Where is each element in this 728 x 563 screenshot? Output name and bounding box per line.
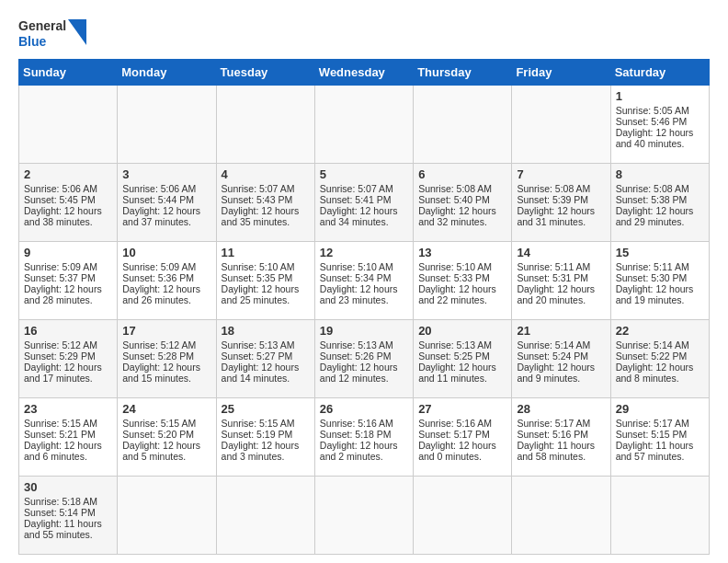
sunset-text: Sunset: 5:21 PM <box>24 429 96 440</box>
daylight-text: Daylight: 12 hours and 9 minutes. <box>517 362 595 384</box>
daylight-text: Daylight: 12 hours and 32 minutes. <box>418 205 496 227</box>
sunset-text: Sunset: 5:16 PM <box>517 429 588 440</box>
calendar-cell <box>414 476 512 554</box>
day-number: 21 <box>517 324 605 338</box>
calendar-cell: 7Sunrise: 5:08 AMSunset: 5:39 PMDaylight… <box>512 163 610 241</box>
day-number: 29 <box>616 402 704 416</box>
sunset-text: Sunset: 5:25 PM <box>418 350 490 362</box>
sunrise-text: Sunrise: 5:11 AM <box>517 261 590 272</box>
sunset-text: Sunset: 5:29 PM <box>24 350 96 362</box>
day-number: 4 <box>222 167 310 181</box>
calendar-cell: 16Sunrise: 5:12 AMSunset: 5:29 PMDayligh… <box>19 319 118 397</box>
day-number: 17 <box>122 324 210 338</box>
day-number: 28 <box>517 402 605 416</box>
calendar-cell: 21Sunrise: 5:14 AMSunset: 5:24 PMDayligh… <box>512 319 610 397</box>
calendar-week-row: 9Sunrise: 5:09 AMSunset: 5:37 PMDaylight… <box>19 241 710 319</box>
calendar-cell: 15Sunrise: 5:11 AMSunset: 5:30 PMDayligh… <box>610 241 709 319</box>
sunrise-text: Sunrise: 5:18 AM <box>24 496 97 507</box>
calendar-cell: 28Sunrise: 5:17 AMSunset: 5:16 PMDayligh… <box>512 397 610 476</box>
calendar-cell: 30Sunrise: 5:18 AMSunset: 5:14 PMDayligh… <box>19 476 118 554</box>
sunrise-text: Sunrise: 5:17 AM <box>517 418 590 429</box>
daylight-text: Daylight: 12 hours and 5 minutes. <box>122 440 200 462</box>
daylight-text: Daylight: 12 hours and 23 minutes. <box>320 283 398 305</box>
sunset-text: Sunset: 5:35 PM <box>222 272 293 283</box>
calendar-cell: 6Sunrise: 5:08 AMSunset: 5:40 PMDaylight… <box>414 163 512 241</box>
sunrise-text: Sunrise: 5:10 AM <box>320 261 393 272</box>
day-number: 23 <box>24 402 112 416</box>
sunset-text: Sunset: 5:45 PM <box>24 194 96 205</box>
daylight-text: Daylight: 12 hours and 35 minutes. <box>222 205 300 227</box>
calendar-cell: 26Sunrise: 5:16 AMSunset: 5:18 PMDayligh… <box>314 397 413 476</box>
logo-blue: Blue <box>18 34 46 49</box>
calendar-cell: 20Sunrise: 5:13 AMSunset: 5:25 PMDayligh… <box>414 319 512 397</box>
calendar-cell <box>118 476 216 554</box>
day-header-wednesday: Wednesday <box>314 59 413 85</box>
sunset-text: Sunset: 5:22 PM <box>616 350 688 362</box>
daylight-text: Daylight: 12 hours and 3 minutes. <box>222 440 300 462</box>
daylight-text: Daylight: 12 hours and 34 minutes. <box>320 205 398 227</box>
calendar-week-row: 1Sunrise: 5:05 AMSunset: 5:46 PMDaylight… <box>19 85 710 163</box>
day-number: 14 <box>517 246 605 259</box>
sunset-text: Sunset: 5:38 PM <box>616 194 688 205</box>
sunrise-text: Sunrise: 5:11 AM <box>616 261 689 272</box>
daylight-text: Daylight: 12 hours and 40 minutes. <box>616 127 694 149</box>
sunset-text: Sunset: 5:37 PM <box>24 272 96 283</box>
sunset-text: Sunset: 5:39 PM <box>517 194 588 205</box>
day-header-tuesday: Tuesday <box>216 59 314 85</box>
sunrise-text: Sunrise: 5:13 AM <box>320 339 393 350</box>
calendar-cell: 25Sunrise: 5:15 AMSunset: 5:19 PMDayligh… <box>216 397 314 476</box>
calendar-cell: 12Sunrise: 5:10 AMSunset: 5:34 PMDayligh… <box>314 241 413 319</box>
daylight-text: Daylight: 12 hours and 15 minutes. <box>122 362 200 384</box>
logo-arrow-svg <box>68 19 86 45</box>
sunset-text: Sunset: 5:24 PM <box>517 350 588 362</box>
calendar-cell: 1Sunrise: 5:05 AMSunset: 5:46 PMDaylight… <box>610 85 709 163</box>
calendar-cell <box>216 85 314 163</box>
logo-arrow-icon <box>68 19 86 49</box>
calendar-cell: 11Sunrise: 5:10 AMSunset: 5:35 PMDayligh… <box>216 241 314 319</box>
day-number: 24 <box>122 402 210 416</box>
calendar-body: 1Sunrise: 5:05 AMSunset: 5:46 PMDaylight… <box>19 85 710 554</box>
daylight-text: Daylight: 12 hours and 38 minutes. <box>24 205 102 227</box>
calendar-week-row: 16Sunrise: 5:12 AMSunset: 5:29 PMDayligh… <box>19 319 710 397</box>
day-header-saturday: Saturday <box>610 59 709 85</box>
daylight-text: Daylight: 12 hours and 29 minutes. <box>616 205 694 227</box>
calendar-table: SundayMondayTuesdayWednesdayThursdayFrid… <box>18 59 710 555</box>
day-number: 5 <box>320 167 408 181</box>
sunrise-text: Sunrise: 5:17 AM <box>616 418 689 429</box>
calendar-week-row: 2Sunrise: 5:06 AMSunset: 5:45 PMDaylight… <box>19 163 710 241</box>
sunset-text: Sunset: 5:43 PM <box>222 194 293 205</box>
calendar-cell: 8Sunrise: 5:08 AMSunset: 5:38 PMDaylight… <box>610 163 709 241</box>
day-number: 11 <box>222 246 310 259</box>
day-number: 9 <box>24 246 112 259</box>
day-number: 6 <box>418 167 506 181</box>
sunrise-text: Sunrise: 5:13 AM <box>222 339 295 350</box>
day-number: 15 <box>616 246 704 259</box>
daylight-text: Daylight: 11 hours and 58 minutes. <box>517 440 595 462</box>
daylight-text: Daylight: 11 hours and 57 minutes. <box>616 440 694 462</box>
calendar-week-row: 30Sunrise: 5:18 AMSunset: 5:14 PMDayligh… <box>19 476 710 554</box>
calendar-cell: 13Sunrise: 5:10 AMSunset: 5:33 PMDayligh… <box>414 241 512 319</box>
daylight-text: Daylight: 12 hours and 28 minutes. <box>24 283 102 305</box>
calendar-week-row: 23Sunrise: 5:15 AMSunset: 5:21 PMDayligh… <box>19 397 710 476</box>
calendar-cell: 17Sunrise: 5:12 AMSunset: 5:28 PMDayligh… <box>118 319 216 397</box>
sunrise-text: Sunrise: 5:06 AM <box>24 183 97 194</box>
sunset-text: Sunset: 5:19 PM <box>222 429 293 440</box>
daylight-text: Daylight: 12 hours and 25 minutes. <box>222 283 300 305</box>
sunrise-text: Sunrise: 5:12 AM <box>122 339 196 350</box>
day-number: 7 <box>517 167 605 181</box>
sunset-text: Sunset: 5:20 PM <box>122 429 194 440</box>
sunset-text: Sunset: 5:41 PM <box>320 194 392 205</box>
sunset-text: Sunset: 5:34 PM <box>320 272 392 283</box>
sunrise-text: Sunrise: 5:16 AM <box>418 418 492 429</box>
sunrise-text: Sunrise: 5:06 AM <box>122 183 196 194</box>
daylight-text: Daylight: 12 hours and 20 minutes. <box>517 283 595 305</box>
calendar-cell: 29Sunrise: 5:17 AMSunset: 5:15 PMDayligh… <box>610 397 709 476</box>
sunset-text: Sunset: 5:33 PM <box>418 272 490 283</box>
calendar-cell <box>314 85 413 163</box>
sunrise-text: Sunrise: 5:07 AM <box>222 183 295 194</box>
sunrise-text: Sunrise: 5:16 AM <box>320 418 393 429</box>
calendar-cell: 14Sunrise: 5:11 AMSunset: 5:31 PMDayligh… <box>512 241 610 319</box>
day-header-thursday: Thursday <box>414 59 512 85</box>
calendar-cell: 22Sunrise: 5:14 AMSunset: 5:22 PMDayligh… <box>610 319 709 397</box>
logo-general: General <box>18 18 66 33</box>
